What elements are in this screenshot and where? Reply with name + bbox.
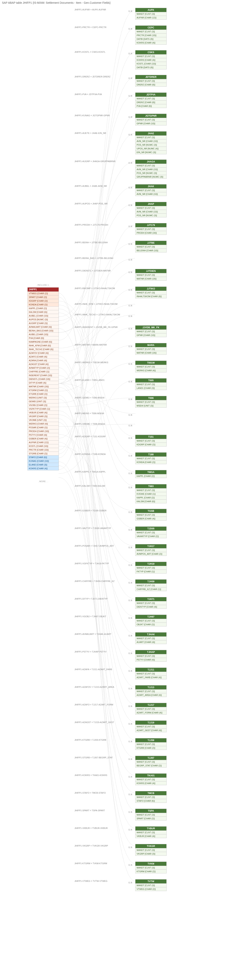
main-field: AZAGST [CHAR (4)] — [27, 363, 59, 366]
target-table-name: JHAP — [135, 202, 167, 206]
target-table-name: TJH71 — [135, 597, 167, 601]
main-field: MATNR [CHAR (18)] — [27, 385, 59, 388]
main-field: KTGRM [CHAR (2)] — [27, 388, 59, 392]
relationship-connector — [59, 387, 135, 599]
target-table-name: JGTGPNR — [135, 114, 167, 118]
relationship-label: JHIFP1-KAPPL = T681A-KAPPL — [75, 471, 106, 473]
target-field: MANDT [CLNT (3)] — [135, 866, 167, 870]
relationship-connector — [59, 297, 135, 811]
relationship-label: JHIFP1-INHK_TECH2 = JJTIKO-INHALTSKOM — [75, 313, 120, 316]
cardinality-label: 0..N — [129, 758, 132, 760]
target-field: KTGRM [CHAR (2)] — [135, 870, 167, 873]
cardinality-label: 0..N — [129, 811, 132, 813]
target-table-name: TJD05 — [135, 527, 167, 531]
relationship-label: JHIFP1-VGOBJ = TJH97-OBJKT — [75, 615, 106, 617]
target-field: KONDA [CHAR (2)] — [135, 460, 167, 464]
cardinality-label: 0..N — [129, 398, 132, 401]
target-table: JJT179MANDT [CLNT (3)]PRODH [CHAR (18)] — [135, 223, 167, 235]
cardinality-label: 0..N — [129, 363, 132, 365]
cardinality-label: 0..N — [129, 511, 132, 513]
target-table-name: TMCB — [135, 791, 167, 795]
target-field: MANDT [CLNT (3)] — [135, 531, 167, 535]
target-field: DRERZ [CHAR (8)] — [135, 83, 167, 87]
main-table-name: JHIFP1 — [27, 287, 59, 292]
target-table: TVTWMANDT [CLNT (3)]VTWEG [CHAR (2)] — [135, 879, 167, 891]
relationship-label: JHIFP1-VGFKTYP = TJH19-FKTYP — [75, 562, 109, 565]
relationship-label: JHIFP1-INHK_KFM = JJTIKO-INHALTSKOM — [75, 303, 118, 305]
target-field: AUFNR [CHAR (12)] — [135, 16, 167, 20]
relationship-label: JHIFP1-ELAND = T005-LAND1 — [75, 379, 105, 381]
relationship-connector — [59, 360, 135, 705]
cardinality-label: 0..N — [129, 487, 132, 488]
target-table-name: JDTDRER — [135, 75, 167, 79]
target-table-name: T683 — [135, 484, 167, 488]
target-table: JHAGAMANDT [CLNT (3)]AVM_NR [CHAR (10)]P… — [135, 159, 167, 179]
main-field: KTGRB [CHAR (2)] — [27, 392, 59, 396]
main-field: VTWEG [CHAR (2)]⚿ — [27, 292, 59, 295]
target-field: AZART_FARB [CHAR (4)] — [135, 676, 167, 679]
relationship-label: JHIFP1-BEINH_BAS = JJTBE-BELEINH — [75, 257, 113, 259]
relationship-connector — [59, 313, 135, 486]
target-table-name: MARA — [135, 343, 167, 347]
target-field: MANDT [CLNT (3)] — [135, 884, 167, 887]
target-field: MANDT [CLNT (3)] — [135, 672, 167, 676]
cardinality-label: 0..N — [129, 455, 132, 457]
target-table-name: T188 — [135, 452, 167, 457]
main-field: CHIFFRE [CHAR (1)] — [27, 370, 59, 374]
main-field: KDGRP [CHAR (2)]⚿ — [27, 299, 59, 303]
cardinality-label: 0..N — [129, 95, 132, 97]
cardinality-label: 0..N — [129, 381, 132, 383]
relationship-label: JHIFP1-BEINH = JJTBE-BELEINH — [75, 241, 108, 243]
relationship-label: JHIFP1-CHIFFRE = TJH59-CHIFFRE_KZ — [75, 580, 115, 582]
target-field: MANDT [CLNT (3)] — [135, 228, 167, 231]
target-field: MANDT [CLNT (3)] — [135, 549, 167, 552]
target-table: AUFKMANDT [CLNT (3)]AUFNR [CHAR (12)] — [135, 8, 167, 20]
cardinality-label: 0..N — [129, 599, 132, 601]
relationship-label: JHIFP1-AUPOS = JHAP-POS_NR — [75, 202, 107, 205]
page-title: SAP ABAP table JHIFP1 {IS-M/AM: Settleme… — [2, 1, 110, 4]
target-table: TJJ11MANDT [CLNT (3)]AZART_FARB [CHAR (4… — [135, 668, 167, 679]
target-field: MANDT [CLNT (3)] — [135, 584, 167, 587]
relationship-label: JHIFP1-GSBER = TGSB-GSBER — [75, 509, 107, 512]
target-table: JDTPVAMANDT [CLNT (3)]DRERZ [CHAR (8)]PV… — [135, 92, 167, 108]
target-field: MANDT [CLNT (3)] — [135, 12, 167, 16]
target-table: TVBURMANDT [CLNT (3)]VKBUR [CHAR (4)] — [135, 826, 167, 838]
target-table: TJD05MANDT [CLNT (3)]VAVARTYP [CHAR (2)] — [135, 527, 167, 538]
target-field: GRUPPABRNR [NUMC (3)] — [135, 175, 167, 179]
main-field: SPART [CHAR (2)]⚿ — [27, 295, 59, 299]
target-field: MANDT [CLNT (3)] — [135, 830, 167, 834]
target-field: MANDT [CLNT (3)] — [135, 725, 167, 729]
relationship-label: JHIFP1-GEWEI = T006-MSEHI — [75, 396, 104, 399]
target-table: CEPCMANDT [CLNT (3)]PRCTR [CHAR (10)]DAT… — [135, 25, 167, 45]
main-field: KALSM [CHAR (6)] — [27, 310, 59, 314]
target-table: JGTGPNRMANDT [CLNT (3)]GPNR [CHAR (10)] — [135, 114, 167, 126]
relationship-label: JHIFP1-VKBUR = TVBUR-VKBUR — [75, 827, 108, 829]
target-table: T683MANDT [CLNT (3)]KVEWE [CHAR (1)]KAPP… — [135, 484, 167, 503]
target-field: VTWEG [CHAR (2)] — [135, 887, 167, 891]
target-table: JHAPMANDT [CLNT (3)]AVM_NR [CHAR (10)]PO… — [135, 202, 167, 217]
target-table-name: TKA01 — [135, 773, 167, 778]
target-field: MANDT [CLNT (3)] — [135, 813, 167, 817]
cardinality-label: 0..N — [129, 345, 132, 347]
target-field: MANDT [CLNT (3)] — [135, 566, 167, 570]
relationship-connector — [59, 383, 135, 670]
target-table: T681AKAPPL [CHAR (2)] — [135, 470, 167, 478]
target-field: MANDT [CLNT (3)] — [135, 347, 167, 351]
relationship-label: JHIFP1-KOSTL = CSKS-KOSTL — [75, 51, 105, 53]
target-table-name: TVKM — [135, 862, 167, 866]
relationship-label: JHIFP1-PVA = JDTPVA-PVA — [75, 93, 102, 95]
relationship-label: JHIFP1-AZAFOV = TJJ13-AZART_AREA — [75, 686, 114, 688]
target-field: MANDT [CLNT (3)] — [135, 291, 167, 294]
target-field: AZART_AREA [CHAR (4)] — [135, 693, 167, 697]
relationship-label: JHIFP1-STGRB = TJJ67-BEGRP_STAT — [75, 756, 113, 759]
target-field: DRERZ [CHAR (8)] — [135, 100, 167, 104]
cardinality-label: 0..N — [129, 315, 132, 317]
target-field: AVM_NR [CHAR (10)] — [135, 167, 167, 171]
target-field: MANDT [CLNT (3)] — [135, 118, 167, 122]
relationship-connector — [59, 52, 135, 454]
cardinality-label: 0..N — [129, 116, 132, 118]
target-table-name: T151 — [135, 435, 167, 439]
relationship-connector — [59, 399, 135, 740]
target-table: JJTDIENMANDT [CLNT (3)]MATNR [CHAR (18)] — [135, 269, 167, 281]
relationship-connector — [59, 328, 135, 634]
